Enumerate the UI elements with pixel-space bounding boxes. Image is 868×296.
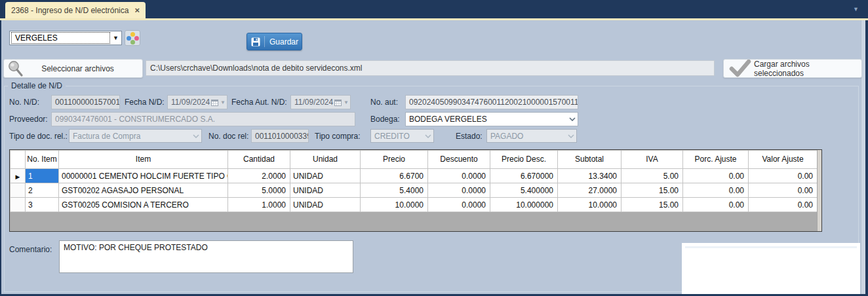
items-grid: No. Item Item Cantidad Unidad Precio Des… [9, 149, 822, 232]
chevron-down-icon: ▼ [342, 100, 350, 105]
cell-cantidad[interactable]: 2.0000 [228, 169, 290, 183]
grid-scrollbar[interactable] [817, 150, 821, 231]
cell-subtotal[interactable]: 10.0000 [558, 198, 621, 212]
cell-item[interactable]: 00000001 CEMENTO HOLCIM FUERTE TIPO GU [59, 169, 228, 183]
app-window: 2368 - Ingreso de N/D electrónicas ::. ×… [0, 0, 868, 296]
grid-header-row: No. Item Item Cantidad Unidad Precio Des… [10, 151, 818, 169]
cell-precio[interactable]: 6.6700 [361, 169, 428, 183]
cell-no-item[interactable]: 1 [26, 169, 59, 183]
row-selector-cell[interactable] [10, 198, 26, 212]
tab-overflow-icon[interactable]: ▼ [853, 6, 859, 12]
chevron-down-icon[interactable] [566, 113, 578, 126]
cell-subtotal[interactable]: 27.0000 [558, 183, 621, 198]
cell-item[interactable]: GST00202 AGASAJO PERSONAL [59, 183, 228, 198]
estado-value: PAGADO [487, 132, 565, 141]
table-row[interactable]: 2 GST00202 AGASAJO PERSONAL 5.0000 UNIDA… [10, 183, 818, 198]
cell-porc-ajuste[interactable]: 0.00 [683, 198, 749, 212]
cell-no-item[interactable]: 2 [26, 183, 59, 198]
col-header-iva[interactable]: IVA [621, 151, 683, 169]
cell-descuento[interactable]: 0.0000 [428, 183, 490, 198]
chevron-down-icon [422, 130, 433, 142]
save-button-label: Guardar [269, 37, 298, 46]
no-nd-field: 001100000157001 [51, 95, 120, 109]
fecha-nd-label: Fecha N/D: [125, 98, 165, 107]
cell-iva[interactable]: 15.00 [621, 198, 683, 212]
proveedor-field: 0990347476001 - CONSTRUMERCADO S.A. [51, 112, 355, 126]
cell-unidad[interactable]: UNIDAD [290, 183, 361, 198]
col-header-descuento[interactable]: Descuento [428, 151, 490, 169]
tipo-doc-rel-label: Tipo de doc. rel.: [9, 132, 68, 141]
col-header-item[interactable]: Item [59, 151, 228, 169]
cell-precio-desc[interactable]: 5.400000 [490, 183, 558, 198]
col-header-precio[interactable]: Precio [361, 151, 428, 169]
save-button[interactable]: Guardar [247, 33, 302, 50]
proveedor-label: Proveedor: [9, 115, 48, 124]
row-marker-icon: ▶ [16, 174, 20, 180]
row-selector-cell[interactable]: ▶ [10, 169, 26, 183]
row-selector-cell[interactable] [10, 183, 26, 198]
cell-item[interactable]: GST00205 COMISION A TERCERO [59, 198, 228, 212]
cell-valor-ajuste[interactable]: 0.00 [749, 169, 818, 183]
tab-bar: 2368 - Ingreso de N/D electrónicas ::. ×… [0, 0, 868, 18]
file-path-field[interactable] [146, 60, 715, 76]
load-files-button[interactable]: Cargar archivos seleccionados [723, 59, 862, 78]
table-row[interactable]: 3 GST00205 COMISION A TERCERO 1.0000 UNI… [10, 198, 818, 212]
palette-dot-icon [130, 32, 135, 37]
cell-unidad[interactable]: UNIDAD [290, 169, 361, 183]
col-header-valor-ajuste[interactable]: Valor Ajuste [749, 151, 818, 169]
cell-precio-desc[interactable]: 10.000000 [490, 198, 558, 212]
magnifier-icon [7, 60, 25, 78]
cell-valor-ajuste[interactable]: 0.00 [749, 183, 818, 198]
no-doc-rel-field: 0011010000339989 [251, 129, 309, 143]
cell-iva[interactable]: 5.00 [621, 169, 683, 183]
col-header-porc-ajuste[interactable]: Porc. Ajuste [683, 151, 749, 169]
cell-descuento[interactable]: 0.0000 [428, 169, 490, 183]
no-nd-label: No. N/D: [9, 98, 39, 107]
tab-close-icon[interactable]: × [134, 6, 140, 14]
branch-combo[interactable]: VERGELES ▼ [9, 31, 122, 45]
cell-cantidad[interactable]: 5.0000 [228, 183, 290, 198]
combo-dropdown-icon[interactable]: ▼ [110, 31, 121, 45]
load-files-label: Cargar archivos seleccionados [754, 60, 861, 78]
fecha-aut-picker: 11/09/2024 ▼ [290, 95, 351, 109]
no-aut-label: No. aut: [370, 98, 398, 107]
button-divider [264, 36, 265, 47]
fecha-nd-value: 11/09/2024 [168, 98, 210, 107]
cell-precio[interactable]: 5.4000 [361, 183, 428, 198]
cell-no-item[interactable]: 3 [26, 198, 59, 212]
detail-group-title: Detalle de N/D [8, 81, 66, 90]
comentario-field[interactable]: MOTIVO: POR CHEQUE PROTESTADO [59, 240, 353, 273]
select-files-button[interactable]: Seleccionar archivos [3, 59, 143, 78]
col-header-cantidad[interactable]: Cantidad [228, 151, 290, 169]
cell-unidad[interactable]: UNIDAD [290, 198, 361, 212]
tab-ingreso-nd[interactable]: 2368 - Ingreso de N/D electrónicas ::. × [5, 2, 146, 18]
comentario-label: Comentario: [9, 245, 52, 254]
fecha-nd-picker: 11/09/2024 ▼ [167, 95, 227, 109]
cell-valor-ajuste[interactable]: 0.00 [749, 198, 818, 212]
col-header-no-item[interactable]: No. Item [26, 151, 59, 169]
color-palette-button[interactable] [125, 30, 140, 46]
table-row[interactable]: ▶ 1 00000001 CEMENTO HOLCIM FUERTE TIPO … [10, 169, 818, 183]
cell-cantidad[interactable]: 1.0000 [228, 198, 290, 212]
cell-precio[interactable]: 10.0000 [361, 198, 428, 212]
cell-subtotal[interactable]: 13.3400 [558, 169, 621, 183]
fecha-aut-label: Fecha Aut. N/D: [231, 98, 287, 107]
cell-descuento[interactable]: 0.0000 [428, 198, 490, 212]
fecha-aut-value: 11/09/2024 [291, 98, 333, 107]
tipo-doc-rel-value: Factura de Compra [69, 132, 190, 141]
panel-divider [685, 246, 857, 248]
bodega-label: Bodega: [370, 115, 400, 124]
cell-porc-ajuste[interactable]: 0.00 [683, 169, 749, 183]
bodega-combo[interactable]: BODEGA VERGELES [405, 112, 578, 126]
cell-precio-desc[interactable]: 6.670000 [490, 169, 558, 183]
tipo-doc-rel-combo: Factura de Compra [69, 129, 202, 143]
cell-porc-ajuste[interactable]: 0.00 [683, 183, 749, 198]
palette-dot-icon [130, 40, 135, 45]
col-header-unidad[interactable]: Unidad [290, 151, 361, 169]
row-selector-header [10, 151, 26, 169]
col-header-precio-desc[interactable]: Precio Desc. [490, 151, 558, 169]
form-content: VERGELES ▼ Guardar [1, 20, 865, 294]
cell-iva[interactable]: 15.00 [621, 183, 683, 198]
col-header-subtotal[interactable]: Subtotal [558, 151, 621, 169]
palette-dot-icon [127, 36, 131, 41]
